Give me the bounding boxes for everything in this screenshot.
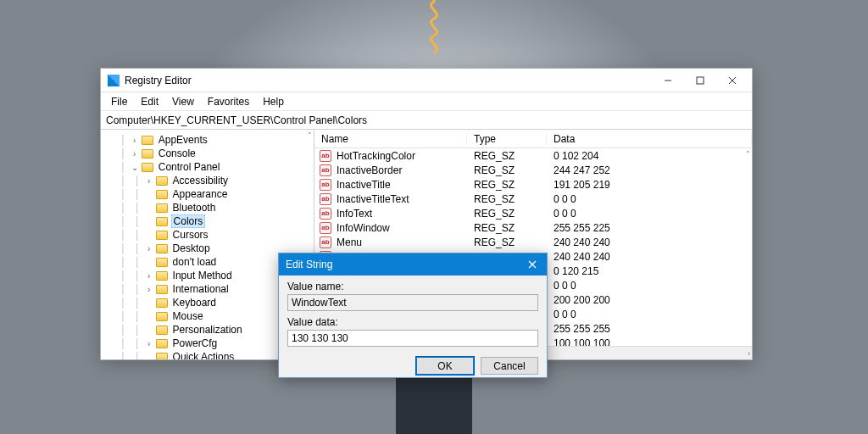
value-name-input[interactable] — [287, 294, 538, 311]
col-name[interactable]: Name — [314, 133, 467, 145]
folder-icon — [156, 203, 168, 213]
value-name: InfoText — [337, 208, 372, 220]
value-name: InfoWindow — [337, 222, 390, 234]
tree-branch-line: │ │ — [101, 284, 144, 295]
close-button[interactable] — [716, 70, 748, 92]
expander-icon[interactable]: › — [144, 285, 154, 294]
tree-item-label: Cursors — [171, 229, 210, 241]
cancel-button[interactable]: Cancel — [481, 357, 538, 375]
expander-icon[interactable]: › — [144, 244, 154, 253]
tree-item-label: Colors — [171, 214, 206, 228]
tree-branch-line: │ │ — [101, 203, 144, 214]
folder-icon — [142, 163, 153, 172]
tree-item-label: Accessibility — [171, 175, 230, 186]
value-type: REG_SZ — [467, 193, 547, 205]
tree-item-label: Personalization — [171, 324, 244, 336]
ok-button[interactable]: OK — [416, 357, 474, 375]
expander-icon[interactable]: ⌄ — [130, 163, 140, 172]
tree-item-label: Appearance — [171, 188, 230, 200]
expander-icon[interactable]: › — [144, 176, 154, 186]
expander-icon[interactable]: › — [144, 271, 154, 281]
value-data: 0 120 215 — [547, 265, 752, 277]
tree-item-label: Keyboard — [171, 297, 218, 309]
expander-icon[interactable]: › — [144, 339, 154, 348]
titlebar[interactable]: Registry Editor — [101, 69, 752, 92]
scroll-right-icon[interactable]: › — [748, 349, 750, 358]
value-name: InactiveBorder — [337, 164, 402, 176]
svg-rect-0 — [697, 77, 704, 84]
col-data[interactable]: Data — [547, 133, 752, 145]
tree-item-label: International — [171, 283, 231, 295]
value-type: REG_SZ — [467, 179, 547, 191]
list-row[interactable]: abInfoWindowREG_SZ255 255 225 — [314, 220, 752, 235]
folder-icon — [156, 312, 168, 321]
tree-branch-line: │ — [101, 148, 130, 159]
tree-item-label: Mouse — [171, 310, 205, 322]
tree-item[interactable]: │ ⌄Control Panel — [101, 160, 314, 174]
folder-icon — [156, 271, 168, 281]
value-data: 0 0 0 — [547, 280, 752, 292]
tree-branch-line: │ │ — [101, 311, 144, 322]
address-bar[interactable]: Computer\HKEY_CURRENT_USER\Control Panel… — [101, 111, 752, 130]
tree-branch-line: │ │ — [101, 230, 144, 241]
list-row[interactable]: abInactiveTitleTextREG_SZ0 0 0 — [314, 192, 752, 206]
value-type: REG_SZ — [467, 150, 547, 162]
tree-branch-line: │ — [101, 135, 130, 146]
reg-string-icon: ab — [320, 208, 331, 220]
value-type: REG_SZ — [467, 164, 547, 176]
menu-edit[interactable]: Edit — [134, 94, 165, 109]
folder-icon — [142, 136, 153, 145]
dialog-titlebar[interactable]: Edit String — [279, 253, 547, 275]
menu-view[interactable]: View — [165, 94, 201, 109]
value-data-label: Value data: — [287, 316, 538, 328]
reg-string-icon: ab — [320, 179, 331, 191]
tree-item[interactable]: │ │ Bluetooth — [101, 201, 314, 214]
tree-item[interactable]: │ ›Console — [101, 147, 314, 160]
value-data: 0 0 0 — [547, 208, 752, 220]
value-data: 191 205 219 — [547, 179, 752, 191]
scroll-up-icon[interactable]: ˄ — [746, 150, 750, 159]
tree-item-label: Input Method — [171, 270, 234, 281]
tree-item[interactable]: │ ›AppEvents — [101, 133, 314, 147]
col-type[interactable]: Type — [467, 133, 547, 145]
folder-icon — [156, 298, 168, 308]
list-row[interactable]: abInfoTextREG_SZ0 0 0 — [314, 206, 752, 220]
list-row[interactable]: abInactiveTitleREG_SZ191 205 219 — [314, 177, 752, 192]
list-row[interactable]: abInactiveBorderREG_SZ244 247 252 — [314, 163, 752, 177]
tree-branch-line: │ │ — [101, 270, 144, 281]
expander-icon[interactable]: › — [130, 136, 140, 145]
value-data: 0 0 0 — [547, 193, 752, 205]
tree-branch-line: │ — [101, 162, 130, 173]
value-name: InactiveTitleText — [337, 193, 409, 205]
tree-branch-line: │ │ — [101, 189, 144, 200]
tree-item[interactable]: │ │ ›Accessibility — [101, 174, 314, 187]
reg-string-icon: ab — [320, 222, 331, 234]
tree-branch-line: │ │ — [101, 325, 144, 336]
list-header[interactable]: Name Type Data — [314, 130, 752, 148]
tree-item-label: Control Panel — [157, 161, 222, 173]
tree-item-label: Quick Actions — [171, 351, 236, 359]
tree-branch-line: │ │ — [101, 352, 144, 360]
minimize-button[interactable] — [652, 70, 684, 92]
tree-item[interactable]: │ │ Cursors — [101, 228, 314, 242]
expander-icon[interactable]: › — [130, 149, 140, 159]
list-row[interactable]: abMenuREG_SZ240 240 240 — [314, 235, 752, 249]
maximize-button[interactable] — [684, 70, 716, 92]
menu-favorites[interactable]: Favorites — [201, 94, 256, 109]
value-data: 255 255 225 — [547, 222, 752, 234]
value-data-input[interactable] — [287, 330, 538, 347]
value-name: Menu — [337, 236, 362, 248]
dialog-close-button[interactable] — [518, 253, 547, 275]
tree-item[interactable]: │ │ Colors — [101, 214, 314, 228]
tree-item[interactable]: │ │ Appearance — [101, 187, 314, 201]
list-row[interactable]: abHotTrackingColorREG_SZ0 102 204 — [314, 148, 752, 163]
reg-string-icon: ab — [320, 164, 331, 176]
value-data: 240 240 240 — [547, 251, 752, 263]
tree-branch-line: │ │ — [101, 216, 144, 227]
menu-help[interactable]: Help — [256, 94, 291, 109]
tree-branch-line: │ │ — [101, 243, 144, 254]
value-type: REG_SZ — [467, 222, 547, 234]
scroll-up-icon[interactable]: ˄ — [308, 131, 312, 140]
menu-file[interactable]: File — [104, 94, 134, 109]
edit-string-dialog: Edit String Value name: Value data: OK C… — [278, 253, 548, 378]
